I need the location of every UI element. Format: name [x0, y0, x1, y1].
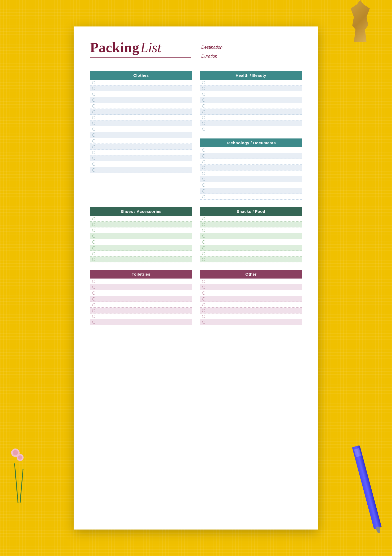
list-item	[200, 227, 302, 233]
checkbox[interactable]	[202, 178, 205, 181]
checkbox[interactable]	[92, 168, 95, 172]
checkbox[interactable]	[202, 195, 205, 198]
checkbox[interactable]	[92, 139, 95, 142]
list-item	[90, 233, 192, 239]
checkbox[interactable]	[92, 303, 95, 306]
title-block: Packing List	[90, 40, 191, 58]
checkbox[interactable]	[92, 110, 95, 113]
checkbox[interactable]	[202, 149, 205, 152]
checkbox[interactable]	[202, 104, 205, 107]
list-item	[200, 302, 302, 308]
checkbox[interactable]	[92, 240, 95, 244]
list-item	[200, 182, 302, 188]
checkbox[interactable]	[202, 223, 205, 226]
checkbox[interactable]	[92, 321, 95, 324]
list-item	[90, 257, 192, 262]
section-toiletries: Toiletries	[90, 270, 192, 325]
list-item	[200, 176, 302, 182]
section-health-beauty: Health / Beauty Technology / Documents	[200, 71, 302, 200]
chess-piece-decoration	[344, 0, 376, 42]
list-item	[90, 227, 192, 233]
list-item	[90, 279, 192, 284]
checkbox[interactable]	[202, 93, 205, 96]
checkbox[interactable]	[202, 297, 205, 301]
checkbox[interactable]	[202, 116, 205, 119]
checkbox[interactable]	[202, 309, 205, 312]
checkbox[interactable]	[202, 280, 205, 283]
list-item	[200, 279, 302, 284]
checkbox[interactable]	[202, 154, 205, 158]
checkbox[interactable]	[202, 229, 205, 232]
checkbox[interactable]	[202, 81, 205, 84]
section-header-technology-documents: Technology / Documents	[200, 138, 302, 147]
list-item	[90, 284, 192, 290]
checkbox[interactable]	[92, 93, 95, 96]
checkbox[interactable]	[202, 292, 205, 295]
checkbox[interactable]	[202, 189, 205, 192]
section-shoes-accessories: Shoes / Accessories	[90, 207, 192, 262]
list-item	[200, 308, 302, 313]
checkbox[interactable]	[92, 157, 95, 160]
list-item	[90, 296, 192, 302]
list-item	[200, 103, 302, 109]
checkbox[interactable]	[202, 160, 205, 163]
checkbox[interactable]	[92, 258, 95, 261]
checkbox[interactable]	[202, 183, 205, 187]
checklist-other	[200, 279, 302, 325]
checkbox[interactable]	[202, 286, 205, 289]
checkbox[interactable]	[202, 166, 205, 169]
checkbox[interactable]	[92, 81, 95, 84]
checkbox[interactable]	[92, 252, 95, 255]
checkbox[interactable]	[202, 217, 205, 220]
checkbox[interactable]	[92, 133, 95, 137]
list-item	[90, 109, 192, 115]
list-item	[90, 132, 192, 138]
section-header-shoes-accessories: Shoes / Accessories	[90, 207, 192, 216]
list-item	[90, 86, 192, 91]
checkbox[interactable]	[92, 246, 95, 249]
list-item	[90, 161, 192, 167]
checkbox[interactable]	[202, 235, 205, 238]
checkbox[interactable]	[92, 87, 95, 90]
checkbox[interactable]	[92, 98, 95, 102]
checkbox[interactable]	[92, 297, 95, 301]
pen-decoration	[352, 445, 382, 529]
list-item	[90, 138, 192, 144]
checkbox[interactable]	[92, 104, 95, 107]
checkbox[interactable]	[202, 110, 205, 113]
checkbox[interactable]	[202, 258, 205, 261]
checkbox[interactable]	[202, 87, 205, 90]
checkbox[interactable]	[92, 309, 95, 312]
checkbox[interactable]	[202, 315, 205, 318]
checkbox[interactable]	[92, 163, 95, 166]
checkbox[interactable]	[92, 223, 95, 226]
list-item	[200, 222, 302, 227]
checkbox[interactable]	[202, 303, 205, 306]
checkbox[interactable]	[202, 246, 205, 249]
checkbox[interactable]	[92, 235, 95, 238]
checkbox[interactable]	[92, 145, 95, 148]
checkbox[interactable]	[202, 252, 205, 255]
checkbox[interactable]	[202, 240, 205, 244]
checkbox[interactable]	[92, 122, 95, 125]
checkbox[interactable]	[202, 321, 205, 324]
checkbox[interactable]	[92, 315, 95, 318]
checkbox[interactable]	[92, 151, 95, 154]
checkbox[interactable]	[92, 229, 95, 232]
checkbox[interactable]	[92, 116, 95, 119]
checkbox[interactable]	[202, 122, 205, 125]
checkbox[interactable]	[202, 172, 205, 175]
checkbox[interactable]	[202, 98, 205, 102]
checkbox[interactable]	[92, 286, 95, 289]
checkbox[interactable]	[92, 280, 95, 283]
checkbox[interactable]	[92, 128, 95, 131]
list-item	[90, 167, 192, 173]
destination-dots	[226, 46, 302, 49]
list-item	[90, 120, 192, 126]
checkbox[interactable]	[92, 292, 95, 295]
section-header-snacks-food: Snacks / Food	[200, 207, 302, 216]
list-item	[90, 239, 192, 245]
checkbox[interactable]	[92, 217, 95, 220]
checkbox[interactable]	[202, 128, 205, 131]
duration-row: Duration	[201, 54, 302, 59]
